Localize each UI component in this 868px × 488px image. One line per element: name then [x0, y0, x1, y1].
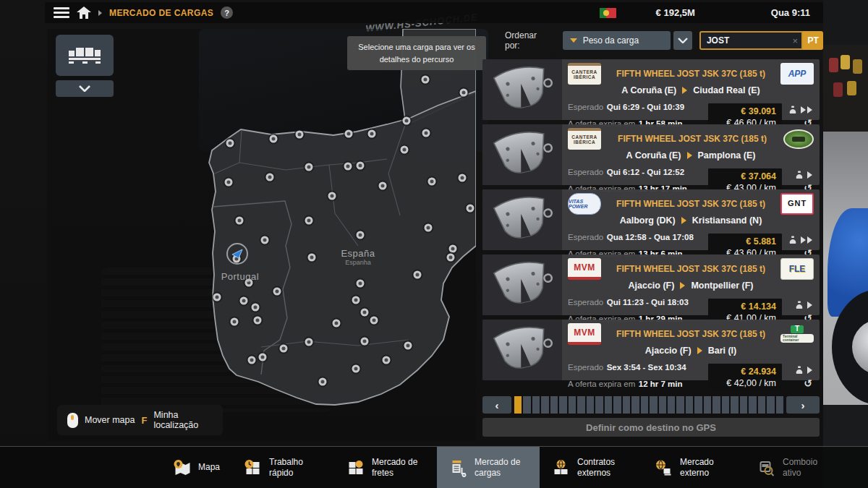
- page-segment[interactable]: [659, 396, 666, 414]
- city-dot[interactable]: [328, 192, 336, 200]
- page-segment[interactable]: [731, 396, 738, 414]
- city-dot[interactable]: [459, 88, 467, 96]
- city-dot[interactable]: [226, 139, 234, 147]
- tab-mercado-externo[interactable]: Mercado externo: [642, 447, 745, 488]
- page-segment[interactable]: [650, 396, 657, 414]
- tab-contratos-externos[interactable]: Contratos externos: [540, 447, 642, 488]
- page-segment[interactable]: [767, 396, 774, 414]
- city-dot[interactable]: [447, 253, 455, 261]
- city-dot[interactable]: [360, 338, 368, 346]
- page-next-button[interactable]: ›: [786, 396, 820, 414]
- city-dot[interactable]: [466, 204, 474, 212]
- city-dot[interactable]: [265, 174, 273, 181]
- page-segment-active[interactable]: [514, 396, 522, 414]
- city-dot[interactable]: [400, 146, 408, 154]
- city-dot[interactable]: [352, 296, 359, 304]
- page-segment[interactable]: [613, 396, 621, 414]
- city-dot[interactable]: [383, 356, 391, 364]
- city-dot[interactable]: [402, 117, 410, 125]
- page-prev-button[interactable]: ‹: [482, 396, 511, 414]
- page-segment[interactable]: [559, 396, 566, 414]
- sort-direction-button[interactable]: [673, 31, 692, 50]
- city-dot[interactable]: [425, 223, 433, 231]
- city-dot[interactable]: [318, 377, 326, 385]
- city-dot[interactable]: [356, 280, 364, 288]
- city-dot[interactable]: [213, 294, 221, 301]
- city-dot[interactable]: [273, 288, 281, 296]
- tab-mercado-de-cargas[interactable]: Mercado de cargas: [437, 447, 540, 488]
- cargo-offer-row[interactable]: MVM FIFTH WHEEL JOST JSK 37C (185 t) FLE…: [482, 254, 820, 315]
- city-dot[interactable]: [378, 182, 386, 190]
- cargo-offer-row[interactable]: CANTERAIBÉRICA FIFTH WHEEL JOST JSK 37C …: [482, 124, 820, 185]
- page-segment[interactable]: [577, 396, 584, 414]
- city-dot[interactable]: [261, 236, 269, 244]
- page-segment[interactable]: [676, 396, 684, 414]
- city-dot[interactable]: [344, 162, 352, 170]
- tab-trabalho-rapido[interactable]: Trabalho rápido: [231, 447, 334, 488]
- page-segment[interactable]: [641, 396, 648, 414]
- city-dot[interactable]: [225, 179, 233, 187]
- city-dot[interactable]: [252, 303, 260, 311]
- city-dot[interactable]: [356, 162, 364, 170]
- city-dot[interactable]: [305, 338, 313, 346]
- city-dot[interactable]: [422, 76, 430, 84]
- city-dot[interactable]: [230, 318, 238, 326]
- city-dot[interactable]: [422, 129, 430, 137]
- page-segment[interactable]: [631, 396, 639, 414]
- city-dot[interactable]: [413, 270, 421, 278]
- city-dot[interactable]: [448, 244, 456, 252]
- page-segment[interactable]: [550, 396, 558, 414]
- city-dot[interactable]: [308, 253, 316, 261]
- city-dot[interactable]: [295, 130, 303, 138]
- page-segment[interactable]: [605, 396, 612, 414]
- city-dot[interactable]: [367, 129, 375, 137]
- tab-mapa[interactable]: Mapa: [161, 447, 231, 488]
- page-segment[interactable]: [758, 396, 765, 414]
- page-segment[interactable]: [704, 396, 711, 414]
- city-dot[interactable]: [360, 309, 368, 317]
- city-dot[interactable]: [345, 129, 353, 137]
- city-dot[interactable]: [258, 353, 266, 361]
- city-dot[interactable]: [459, 174, 467, 181]
- city-dot[interactable]: [269, 135, 277, 143]
- city-dot[interactable]: [370, 316, 378, 324]
- map-panel[interactable]: Portugal España Espanha: [47, 29, 476, 441]
- page-segment[interactable]: [686, 396, 693, 414]
- collapse-button[interactable]: [56, 80, 114, 97]
- page-segment[interactable]: [740, 396, 747, 414]
- city-dot[interactable]: [352, 365, 359, 373]
- cargo-offer-row[interactable]: CANTERAIBÉRICA FIFTH WHEEL JOST JSK 37C …: [482, 59, 820, 120]
- clear-search-icon[interactable]: ×: [793, 35, 799, 46]
- cargo-offer-row[interactable]: MVM FIFTH WHEEL JOST JSK 37C (185 t) TTe…: [482, 320, 820, 380]
- cargo-overview-button[interactable]: [56, 35, 114, 76]
- city-dot[interactable]: [279, 344, 287, 352]
- page-segment[interactable]: [523, 396, 530, 414]
- city-dot[interactable]: [235, 217, 243, 225]
- page-segment[interactable]: [541, 396, 548, 414]
- set-gps-destination-button[interactable]: Definir como destino no GPS: [482, 418, 820, 437]
- city-dot[interactable]: [427, 177, 435, 185]
- cargo-offer-row[interactable]: VITAS POWER FIFTH WHEEL JOST JSK 37C (18…: [482, 189, 820, 250]
- page-segment[interactable]: [569, 396, 576, 414]
- city-dot[interactable]: [332, 319, 340, 327]
- page-segment[interactable]: [694, 396, 702, 414]
- city-dot[interactable]: [248, 356, 256, 364]
- page-segment[interactable]: [722, 396, 729, 414]
- city-dot[interactable]: [357, 231, 365, 239]
- city-dot[interactable]: [305, 217, 312, 225]
- help-icon[interactable]: ?: [221, 7, 233, 19]
- sort-dropdown[interactable]: Peso da carga: [563, 31, 671, 50]
- home-icon[interactable]: [77, 7, 91, 20]
- page-segment[interactable]: [668, 396, 675, 414]
- page-segment[interactable]: [532, 396, 540, 414]
- city-dot[interactable]: [305, 163, 312, 171]
- language-badge[interactable]: PT: [803, 31, 823, 50]
- city-dot[interactable]: [404, 341, 412, 349]
- city-dot[interactable]: [240, 297, 248, 305]
- page-segment[interactable]: [595, 396, 603, 414]
- page-segment[interactable]: [623, 396, 630, 414]
- menu-icon[interactable]: [54, 7, 69, 18]
- tab-mercado-de-fretes[interactable]: Mercado de fretes: [334, 447, 437, 488]
- page-segment[interactable]: [776, 396, 783, 414]
- page-segment[interactable]: [749, 396, 756, 414]
